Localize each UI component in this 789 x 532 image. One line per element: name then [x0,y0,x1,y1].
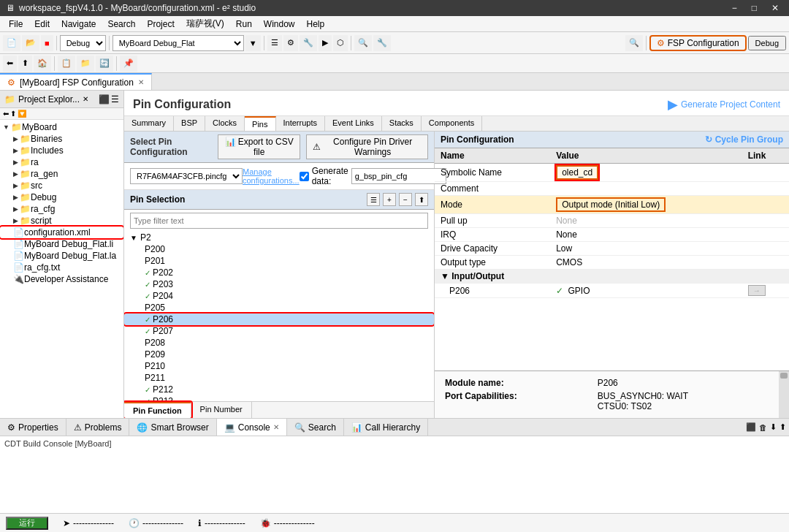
row-drive-capacity[interactable]: Drive Capacity Low [435,242,789,256]
fsp-subtab-summary[interactable]: Summary [124,116,174,131]
pin-p200[interactable]: P200 [124,243,434,255]
pin-p209[interactable]: P209 [124,349,434,360]
tb2-btn4[interactable]: 📋 [58,56,75,72]
sidebar-close-icon[interactable]: ✕ [83,95,88,103]
tree-item-ra[interactable]: ▶ 📁 ra [0,156,123,168]
tab-fsp-close[interactable]: ✕ [138,78,144,86]
bottom-stop-btn[interactable]: ⬛ [746,422,756,432]
tb2-btn7[interactable]: 📌 [120,56,137,72]
pin-p211[interactable]: P211 [124,372,434,384]
pin-p206[interactable]: ✓ P206 [124,314,434,325]
pin-p213[interactable]: ✓ P213 [124,395,434,401]
sidebar-filter-btn[interactable]: 🔽 [18,110,26,118]
tb2-btn3[interactable]: 🏠 [34,56,51,72]
cycle-pin-group-btn[interactable]: ↻ Cycle Pin Group [705,134,783,145]
pin-config-dropdown[interactable]: R7FA6M4AF3CFB.pincfg [130,168,243,184]
menu-edit[interactable]: Edit [28,18,56,31]
tree-item-ra-cfg-txt[interactable]: 📄 ra_cfg.txt [0,262,123,273]
tree-item-script[interactable]: ▶ 📁 script [0,215,123,227]
fsp-subtab-stacks[interactable]: Stacks [382,116,422,131]
bottom-minimize-btn[interactable]: ⬇ [770,422,777,432]
row-p206-gpio[interactable]: P206 ✓ GPIO → [435,284,789,298]
tab-fsp-configuration[interactable]: ⚙ [MyBoard] FSP Configuration ✕ [0,73,152,90]
config-select[interactable]: MyBoard Debug_Flat [113,35,244,51]
row-comment[interactable]: Comment [435,182,789,196]
tree-item-myboard-debug-flat-la[interactable]: 📄 MyBoard Debug_Flat.la [0,250,123,262]
tree-item-developer-assistance[interactable]: 🔌 Developer Assistance [0,273,123,285]
export-csv-btn[interactable]: 📊 Export to CSV file [218,134,300,159]
pin-group-p2[interactable]: ▼ P2 [124,232,434,243]
gpio-arrow-button[interactable]: → [748,285,766,296]
tree-item-ra-cfg[interactable]: ▶ 📁 ra_cfg [0,203,123,215]
tree-item-myboard[interactable]: ▼ 📁 MyBoard [0,121,123,133]
fsp-subtab-event-links[interactable]: Event Links [325,116,382,131]
toolbar-icon1[interactable]: ☰ [267,35,282,51]
pin-p204[interactable]: ✓ P204 [124,290,434,302]
fsp-configuration-button[interactable]: ⚙ FSP Configuration [649,35,747,51]
maximize-button[interactable]: □ [747,3,761,13]
menu-window[interactable]: Window [258,18,301,31]
pin-sel-tool2[interactable]: + [383,193,396,206]
pin-sel-tool1[interactable]: ☰ [367,193,380,206]
pin-p205[interactable]: P205 [124,302,434,314]
bottom-tab-problems[interactable]: ⚠ Problems [66,419,130,436]
pin-p203[interactable]: ✓ P203 [124,278,434,290]
pin-function-tab[interactable]: Pin Function [124,402,191,418]
open-button[interactable]: 📂 [22,35,39,51]
row-output-type[interactable]: Output type CMOS [435,256,789,270]
bottom-tab-smart-browser[interactable]: 🌐 Smart Browser [129,419,216,436]
row-symbolic-name[interactable]: Symbolic Name oled_cd [435,164,789,182]
tb2-btn2[interactable]: ⬆ [18,56,32,72]
console-close-icon[interactable]: ✕ [273,423,279,431]
new-button[interactable]: 📄 [3,35,20,51]
debug-select[interactable]: Debug [60,35,106,51]
module-info-scrollbar[interactable] [779,371,789,418]
fsp-subtab-interrupts[interactable]: Interrupts [276,116,325,131]
minimize-button[interactable]: − [728,3,742,13]
pin-p207[interactable]: ✓ P207 [124,325,434,337]
menu-navigate[interactable]: Navigate [56,18,102,31]
pin-p210[interactable]: P210 [124,360,434,372]
toolbar-icon6[interactable]: 🔍 [354,35,372,51]
bottom-clear-btn[interactable]: 🗑 [759,423,767,432]
pin-filter-input[interactable] [130,213,428,229]
menu-search[interactable]: Search [102,18,141,31]
manage-configurations-link[interactable]: Manage configurations... [243,167,300,185]
pin-sel-tool3[interactable]: − [399,193,412,206]
sidebar-back-btn[interactable]: ⬅ [3,110,9,118]
pin-p212[interactable]: ✓ P212 [124,384,434,395]
menu-project[interactable]: Project [141,18,180,31]
close-button[interactable]: ✕ [767,3,783,13]
row-pullup[interactable]: Pull up None [435,214,789,228]
generate-project-btn[interactable]: ▶ Generate Project Content [668,96,780,113]
row-mode[interactable]: Mode Output mode (Initial Low) [435,196,789,214]
toolbar-icon5[interactable]: ⬡ [333,35,348,51]
menu-file[interactable]: File [3,18,28,31]
pin-sel-tool4[interactable]: ⬆ [415,193,428,206]
tb2-btn1[interactable]: ⬅ [3,56,17,72]
bottom-maximize-btn[interactable]: ⬆ [780,422,786,432]
pin-p208[interactable]: P208 [124,337,434,349]
configure-warning-btn[interactable]: ⚠ Configure Pin Driver Warnings [306,134,428,159]
tb2-btn5[interactable]: 📁 [77,56,94,72]
menu-renesas[interactable]: 瑞萨视(V) [180,16,230,31]
menu-run[interactable]: Run [230,18,258,31]
tree-item-binaries[interactable]: ▶ 📁 Binaries [0,133,123,145]
toolbar-icon2[interactable]: ⚙ [283,35,298,51]
pin-number-tab[interactable]: Pin Number [191,402,252,418]
fsp-subtab-pins[interactable]: Pins [245,116,275,131]
pin-p202[interactable]: ✓ P202 [124,267,434,278]
tree-item-ra-gen[interactable]: ▶ 📁 ra_gen [0,168,123,180]
search-toolbar-btn[interactable]: 🔍 [625,35,643,51]
generate-data-checkbox[interactable] [300,172,309,181]
toolbar-icon4[interactable]: ▶ [319,35,332,51]
tree-item-debug[interactable]: ▶ 📁 Debug [0,191,123,203]
tree-item-myboard-debug-flat-li[interactable]: 📄 MyBoard Debug_Flat.li [0,238,123,250]
fsp-subtab-components[interactable]: Components [422,116,482,131]
tb2-btn6[interactable]: 🔄 [96,56,113,72]
row-irq[interactable]: IRQ None [435,228,789,242]
tree-item-configuration-xml[interactable]: 📄 configuration.xml [0,227,123,238]
sidebar-collapse-icon[interactable]: ⬛ [99,94,110,104]
bottom-tab-call-hierarchy[interactable]: 📊 Call Hierarchy [344,419,428,436]
stop-button[interactable]: ■ [41,35,53,51]
